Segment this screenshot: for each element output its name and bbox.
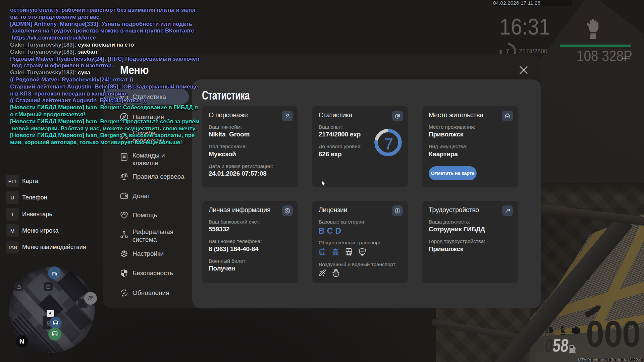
svg-text:7: 7 bbox=[384, 135, 393, 153]
